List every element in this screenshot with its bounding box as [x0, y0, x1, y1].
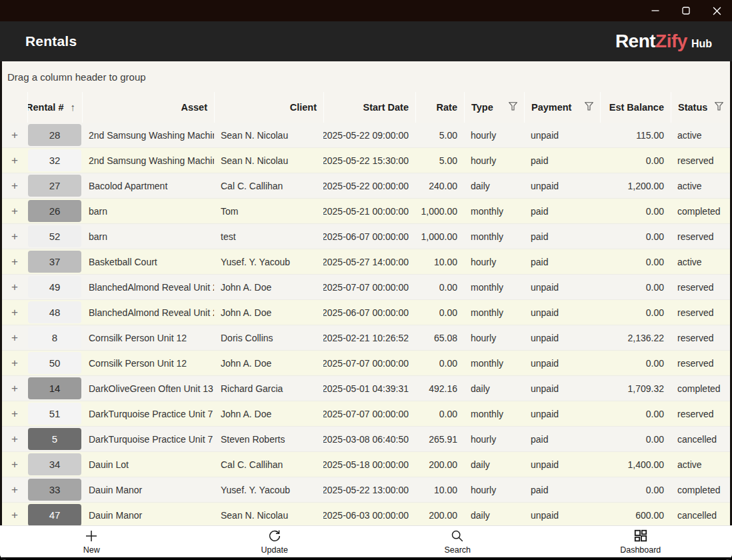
table-row[interactable]: + 37 Basketball Court Yusef. Y. Yacoub 2… — [2, 249, 730, 275]
rate-cell: 0.00 — [415, 275, 464, 299]
plus-icon — [84, 529, 99, 543]
status-cell: completed — [671, 199, 730, 223]
row-expand-button[interactable]: + — [2, 325, 27, 350]
search-button[interactable]: Search — [366, 526, 549, 557]
close-button[interactable] — [701, 0, 732, 21]
dashboard-button[interactable]: Dashboard — [549, 526, 732, 557]
column-header-asset[interactable]: Asset — [82, 92, 214, 123]
est-balance-cell: 0.00 — [600, 401, 671, 426]
table-row[interactable]: + 26 barn Tom 2025-05-21 00:00:00 1,000.… — [2, 199, 730, 224]
row-expand-button[interactable]: + — [2, 351, 27, 375]
client-cell: Doris Collins — [214, 325, 323, 350]
rental-number-badge: 14 — [28, 377, 81, 399]
minimize-button[interactable] — [640, 0, 671, 21]
asset-cell: BlanchedAlmond Reveal Unit 20 — [82, 275, 214, 299]
status-cell: reserved — [671, 325, 730, 350]
table-row[interactable]: + 14 DarkOliveGreen Often Unit 13 Richar… — [2, 376, 730, 401]
sort-ascending-icon: ↑ — [71, 101, 76, 113]
filter-icon[interactable] — [509, 102, 517, 113]
update-button[interactable]: Update — [183, 526, 367, 557]
rate-cell: 200.00 — [415, 503, 464, 525]
asset-cell: Dauin Manor — [82, 503, 214, 525]
asset-cell: DarkOliveGreen Often Unit 13 — [82, 376, 214, 401]
row-expand-button[interactable]: + — [2, 503, 27, 525]
table-row[interactable]: + 34 Dauin Lot Cal C. Callihan 2025-05-1… — [2, 452, 730, 477]
row-expand-button[interactable]: + — [2, 148, 27, 173]
type-cell: hourly — [464, 427, 524, 451]
rental-number-cell: 27 — [27, 173, 82, 198]
start-date-cell: 2025-06-03 00:00:00 — [323, 503, 415, 525]
rental-number-cell: 37 — [27, 249, 82, 274]
refresh-icon — [267, 529, 282, 543]
table-row[interactable]: + 8 Cornsilk Person Unit 12 Doris Collin… — [2, 325, 730, 351]
new-button[interactable]: New — [0, 526, 183, 557]
table-row[interactable]: + 47 Dauin Manor Sean N. Nicolau 2025-06… — [2, 503, 730, 525]
rate-cell: 10.00 — [415, 477, 464, 502]
row-expand-button[interactable]: + — [2, 173, 27, 198]
filter-icon[interactable] — [715, 102, 723, 113]
client-cell: Sean N. Nicolau — [214, 123, 323, 147]
start-date-cell: 2025-05-22 13:00:00 — [323, 477, 415, 502]
column-header-start-date[interactable]: Start Date — [323, 92, 415, 123]
type-cell: hourly — [464, 249, 524, 274]
status-cell: active — [671, 452, 730, 477]
rental-number-cell: 33 — [27, 477, 82, 502]
start-date-cell: 2025-05-18 00:00:00 — [323, 452, 415, 477]
payment-cell: unpaid — [524, 300, 600, 325]
row-expand-button[interactable]: + — [2, 401, 27, 426]
status-cell: cancelled — [671, 427, 730, 451]
client-cell: Steven Roberts — [214, 427, 323, 451]
column-header-rate[interactable]: Rate — [415, 92, 464, 123]
table-row[interactable]: + 28 2nd Samsung Washing Machine Sean N.… — [2, 123, 730, 148]
column-header-client[interactable]: Client — [214, 92, 323, 123]
table-row[interactable]: + 52 barn test 2025-06-07 00:00:00 1,000… — [2, 224, 730, 249]
column-header-est-balance[interactable]: Est Balance — [600, 92, 671, 123]
column-header-rental-number[interactable]: Rental # ↑ — [27, 92, 82, 123]
table-row[interactable]: + 33 Dauin Manor Yusef. Y. Yacoub 2025-0… — [2, 477, 730, 503]
est-balance-cell: 115.00 — [600, 123, 671, 147]
column-header-expand — [2, 92, 27, 123]
column-header-status[interactable]: Status — [671, 92, 730, 123]
est-balance-cell: 2,136.22 — [600, 325, 671, 350]
client-cell: Sean N. Nicolau — [214, 503, 323, 525]
type-cell: monthly — [464, 300, 524, 325]
group-by-panel[interactable]: Drag a column header to group — [2, 61, 730, 92]
start-date-cell: 2025-06-07 00:00:00 — [323, 300, 415, 325]
row-expand-button[interactable]: + — [2, 300, 27, 325]
client-cell: test — [214, 224, 323, 249]
payment-cell: paid — [524, 427, 600, 451]
payment-cell: paid — [524, 224, 600, 249]
row-expand-button[interactable]: + — [2, 224, 27, 249]
row-expand-button[interactable]: + — [2, 199, 27, 223]
table-row[interactable]: + 49 BlanchedAlmond Reveal Unit 20 John … — [2, 275, 730, 300]
table-row[interactable]: + 27 Bacolod Apartment Cal C. Callihan 2… — [2, 173, 730, 199]
table-row[interactable]: + 51 DarkTurquoise Practice Unit 7 John … — [2, 401, 730, 427]
est-balance-cell: 1,709.32 — [600, 376, 671, 401]
table-row[interactable]: + 48 BlanchedAlmond Reveal Unit 20 John … — [2, 300, 730, 325]
column-header-type[interactable]: Type — [464, 92, 524, 123]
rental-number-cell: 49 — [27, 275, 82, 299]
rental-number-badge: 47 — [28, 504, 81, 525]
table-row[interactable]: + 32 2nd Samsung Washing Machine Sean N.… — [2, 148, 730, 173]
rental-number-badge: 5 — [28, 428, 81, 450]
table-row[interactable]: + 50 Cornsilk Person Unit 12 John A. Doe… — [2, 351, 730, 376]
app-window: Rentals Rent Zify Hub Drag a column head… — [0, 0, 732, 560]
client-cell: Sean N. Nicolau — [214, 148, 323, 173]
filter-icon[interactable] — [585, 102, 593, 113]
asset-cell: barn — [82, 199, 214, 223]
row-expand-button[interactable]: + — [2, 452, 27, 477]
rental-number-badge: 8 — [28, 327, 81, 349]
row-expand-button[interactable]: + — [2, 477, 27, 502]
maximize-button[interactable] — [671, 0, 701, 21]
row-expand-button[interactable]: + — [2, 376, 27, 401]
row-expand-button[interactable]: + — [2, 275, 27, 299]
row-expand-button[interactable]: + — [2, 249, 27, 274]
row-expand-button[interactable]: + — [2, 123, 27, 147]
status-cell: reserved — [671, 351, 730, 375]
row-expand-button[interactable]: + — [2, 427, 27, 451]
column-header-payment[interactable]: Payment — [524, 92, 600, 123]
start-date-cell: 2025-05-22 09:00:00 — [323, 123, 415, 147]
type-cell: monthly — [464, 224, 524, 249]
type-cell: daily — [464, 452, 524, 477]
table-row[interactable]: + 5 DarkTurquoise Practice Unit 7 Steven… — [2, 427, 730, 452]
